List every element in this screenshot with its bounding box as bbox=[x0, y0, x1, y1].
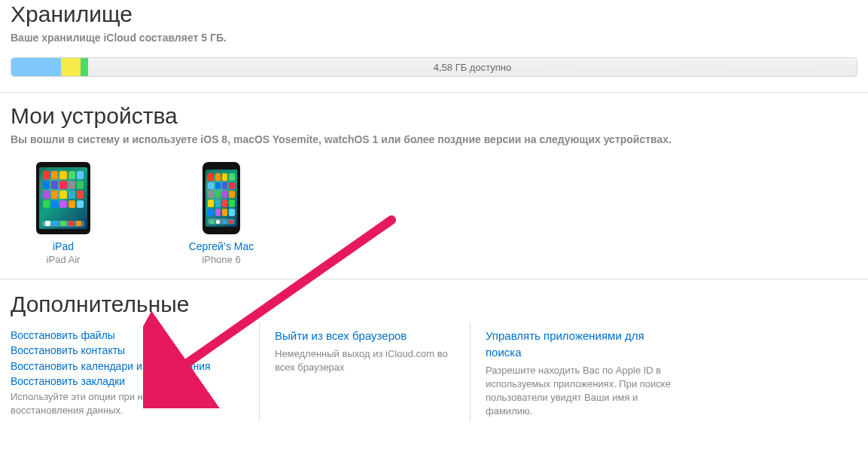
advanced-section: Дополнительные Восстановить файлы Восста… bbox=[0, 279, 868, 439]
storage-seg-docs bbox=[61, 58, 81, 76]
advanced-title: Дополнительные bbox=[11, 292, 857, 317]
manage-lookup-apps-link[interactable]: Управлять приложениями для поиска bbox=[486, 328, 678, 361]
restore-contacts-link[interactable]: Восстановить контакты bbox=[11, 343, 241, 358]
restore-bookmarks-link[interactable]: Восстановить закладки bbox=[11, 374, 241, 389]
storage-seg-backup bbox=[81, 58, 88, 76]
device-thumb-iphone bbox=[203, 162, 240, 234]
storage-seg-photos bbox=[11, 58, 61, 76]
device-thumb-ipad bbox=[36, 162, 90, 234]
device-name[interactable]: Сергей’s Mac bbox=[169, 240, 274, 252]
signout-all-link[interactable]: Выйти из всех браузеров bbox=[275, 328, 452, 344]
advanced-col-lookup: Управлять приложениями для поиска Разреш… bbox=[470, 322, 696, 421]
device-name-link[interactable]: Сергей’s Mac bbox=[189, 240, 254, 252]
device-model: iPhone 6 bbox=[169, 254, 274, 265]
devices-title: Мои устройства bbox=[11, 103, 857, 129]
devices-subtitle: Вы вошли в систему и используете iOS 8, … bbox=[11, 133, 857, 145]
restore-note: Используйте эти опции при необходимости … bbox=[11, 390, 241, 417]
restore-calendars-link[interactable]: Восстановить календари и напоминания bbox=[11, 359, 241, 374]
device-name[interactable]: iPad bbox=[11, 240, 116, 252]
devices-row: iPad iPad Air Сергей’s Mac iPhone 6 bbox=[0, 159, 868, 279]
storage-title: Хранилище bbox=[11, 2, 857, 27]
advanced-col-signout: Выйти из всех браузеров Немедленный выхо… bbox=[259, 322, 470, 421]
devices-section: Мои устройства Вы вошли в систему и испо… bbox=[0, 93, 868, 145]
device-name-link[interactable]: iPad bbox=[53, 240, 74, 252]
storage-bar[interactable]: 4,58 ГБ доступно bbox=[11, 57, 857, 77]
device-item[interactable]: iPad iPad Air bbox=[11, 162, 116, 265]
storage-bar-container: 4,58 ГБ доступно bbox=[0, 57, 868, 92]
storage-free-label: 4,58 ГБ доступно bbox=[88, 58, 857, 76]
restore-files-link[interactable]: Восстановить файлы bbox=[11, 328, 241, 343]
storage-section: Хранилище Ваше хранилище iCloud составля… bbox=[0, 2, 868, 44]
lookup-note: Разрешите находить Вас по Apple ID в исп… bbox=[486, 364, 678, 419]
device-model: iPad Air bbox=[11, 254, 116, 265]
storage-subtitle: Ваше хранилище iCloud составляет 5 ГБ. bbox=[11, 32, 857, 44]
signout-note: Немедленный выход из iCloud.com во всех … bbox=[275, 347, 452, 374]
advanced-col-restore: Восстановить файлы Восстановить контакты… bbox=[11, 322, 259, 421]
device-item[interactable]: Сергей’s Mac iPhone 6 bbox=[169, 162, 274, 265]
